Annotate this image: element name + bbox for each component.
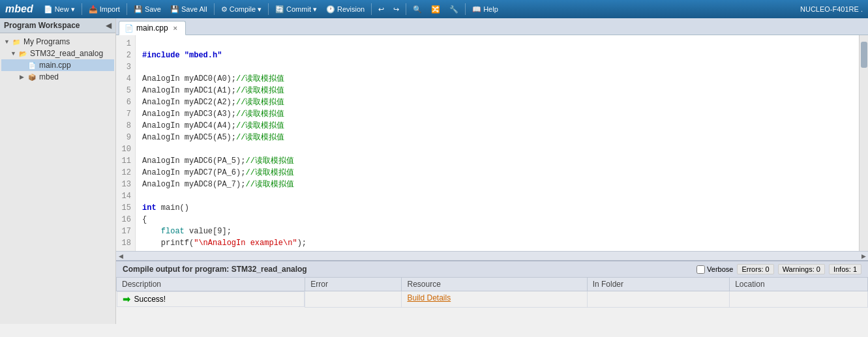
toolbar: mbed 📄 New ▾ 📥 Import 💾 Save 💾 Save All … [0,0,868,18]
compile-table-container: Description Error Resource In Folder Loc… [116,278,868,324]
table-header-row: Description Error Resource In Folder Loc… [117,278,868,291]
save-all-icon: 💾 [170,5,179,14]
expand-arrow-icon: ▼ [10,50,17,57]
file-tree: ▼ 📁 My Programs ▼ 📂 STM32_read_analog 📄 … [0,33,115,324]
import-button[interactable]: 📥 Import [85,2,124,16]
redo-icon: ↪ [393,5,399,14]
settings-button[interactable]: 🔧 [445,2,462,16]
separator-5 [371,3,372,15]
find-replace-icon: 🔀 [431,5,440,14]
scroll-track[interactable] [125,253,859,259]
folder-open-icon: 📂 [18,48,28,59]
scroll-right-button[interactable]: ▶ [859,252,868,261]
separator-1 [82,3,82,15]
warnings-badge: Warnings: 0 [778,264,825,274]
commit-arrow-icon: ▾ [313,5,317,14]
separator-3 [214,3,215,15]
main-cpp-label: main.cpp [39,61,71,70]
compile-output-title: Compile output for program: STM32_read_a… [123,265,307,274]
result-location [730,291,868,308]
content-area: 📄 main.cpp × 12345 678910 1112131415 161… [116,18,868,324]
code-editor[interactable]: 12345 678910 1112131415 16171819 #includ… [116,35,868,251]
revision-button[interactable]: 🕐 Revision [322,2,368,16]
redo-button[interactable]: ↪ [389,2,403,16]
col-location: Location [730,278,868,291]
new-arrow-icon: ▾ [71,5,75,14]
col-description: Description [117,278,305,291]
settings-icon: 🔧 [449,5,458,14]
tab-close-button[interactable]: × [171,23,180,33]
save-button[interactable]: 💾 Save [130,2,165,16]
sidebar-item-stm32-project[interactable]: ▼ 📂 STM32_read_analog [1,48,114,59]
sidebar-item-mbed[interactable]: ▶ 📦 mbed [1,71,114,83]
main-layout: Program Workspace ◀ ▼ 📁 My Programs ▼ 📂 … [0,18,868,324]
verbose-checkbox[interactable] [696,265,705,274]
line-numbers: 12345 678910 1112131415 16171819 [116,35,136,251]
vertical-scrollbar[interactable] [859,35,868,251]
help-button[interactable]: 📖 Help [468,2,502,16]
mbed-label: mbed [39,72,59,81]
help-icon: 📖 [472,5,481,14]
code-scroll-area[interactable]: 12345 678910 1112131415 16171819 #includ… [116,35,859,251]
file-icon: 📄 [27,60,37,70]
sidebar: Program Workspace ◀ ▼ 📁 My Programs ▼ 📂 … [0,18,116,324]
build-details-link[interactable]: Build Details [407,293,451,302]
binoculars-icon: 🔍 [413,5,422,14]
tab-label: main.cpp [136,23,168,33]
success-text: Success! [134,295,166,304]
stm32-project-label: STM32_read_analog [30,49,103,58]
compile-controls: Verbose Errors: 0 Warnings: 0 Infos: 1 [696,264,861,274]
infos-badge: Infos: 1 [829,264,861,274]
save-all-button[interactable]: 💾 Save All [166,2,211,16]
commit-icon: 🔄 [275,5,284,14]
compile-output-panel: Compile output for program: STM32_read_a… [116,260,868,324]
compile-table: Description Error Resource In Folder Loc… [116,278,868,308]
save-icon: 💾 [134,5,143,14]
device-label: NUCLEO-F401RE . [800,5,863,13]
separator-4 [268,3,269,15]
col-error: Error [305,278,402,291]
expand-spacer [20,62,26,68]
undo-button[interactable]: ↩ [374,2,388,16]
commit-button[interactable]: 🔄 Commit ▾ [271,2,321,16]
verbose-checkbox-group[interactable]: Verbose [696,265,733,274]
horizontal-scrollbar[interactable]: ◀ ▶ [116,251,868,260]
compile-icon: ⚙ [221,5,228,14]
undo-icon: ↩ [378,5,384,14]
code-content[interactable]: #include "mbed.h" AnalogIn myADC0(A0);//… [136,35,859,251]
scroll-left-button[interactable]: ◀ [116,252,125,261]
separator-6 [406,3,406,15]
result-infolder [587,291,730,308]
tab-main-cpp[interactable]: 📄 main.cpp × [119,21,186,35]
compile-output-header: Compile output for program: STM32_read_a… [116,261,868,278]
package-icon: 📦 [27,72,37,82]
find-button[interactable]: 🔍 [409,2,426,16]
tab-icon: 📄 [125,24,134,33]
sidebar-title: Program Workspace [4,21,80,30]
col-infolder: In Folder [587,278,730,291]
compile-arrow-icon: ▾ [258,5,262,14]
expand-arrow-icon: ▶ [20,74,26,80]
import-icon: 📥 [89,5,98,14]
separator-2 [127,3,127,15]
sidebar-collapse-button[interactable]: ◀ [106,21,112,30]
errors-badge: Errors: 0 [737,264,773,274]
result-error [305,291,402,308]
result-resource[interactable]: Build Details [402,291,587,308]
find-replace-button[interactable]: 🔀 [427,2,444,16]
scrollbar-thumb[interactable] [861,42,867,68]
my-programs-label: My Programs [23,37,70,46]
folder-icon: 📁 [11,37,22,47]
new-button[interactable]: 📄 New ▾ [40,2,79,16]
editor-tabs: 📄 main.cpp × [116,18,868,35]
sidebar-header: Program Workspace ◀ [0,18,115,33]
sidebar-item-main-cpp[interactable]: 📄 main.cpp [1,59,114,71]
expand-arrow-icon: ▼ [4,38,10,45]
table-row: ➡ Success! Build Details [117,291,868,308]
col-resource: Resource [402,278,587,291]
result-description: ➡ Success! [117,291,305,307]
app-logo: mbed [5,3,33,15]
compile-button[interactable]: ⚙ Compile ▾ [217,2,265,16]
revision-icon: 🕐 [326,5,335,14]
sidebar-item-my-programs[interactable]: ▼ 📁 My Programs [1,36,114,48]
